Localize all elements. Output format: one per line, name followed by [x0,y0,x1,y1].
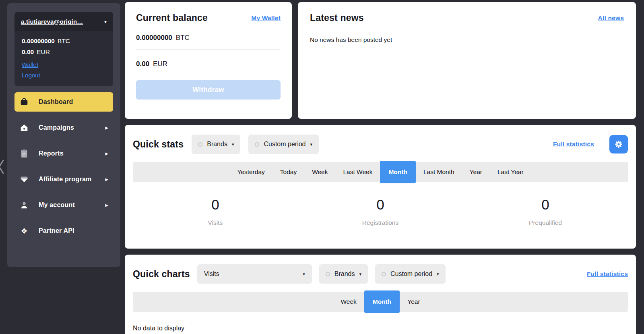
filter-label: Custom period [264,141,305,148]
account-links: Wallet Logout [22,61,106,79]
withdraw-button[interactable]: Withdraw [136,80,281,100]
period-tab[interactable]: Last Week [335,162,380,182]
account-balances: 0.00000000BTC 0.00EUR Wallet Logout [14,31,113,86]
sidebar-nav: Dashboard Campaigns ▸ Reports [14,92,113,247]
quick-stats-card: Quick stats Brands ▾ Custom period ▾ Ful… [125,125,636,249]
full-statistics-link[interactable]: Full statistics [553,141,594,148]
eur-currency: EUR [153,60,167,68]
period-tab[interactable]: Year [462,162,490,182]
metric-label: Registrations [298,219,463,226]
metric: 0 Prequalified [463,197,628,226]
sidebar-item-my-account[interactable]: My account ▸ [14,195,113,215]
divider [136,49,281,50]
current-balance-card: Current balance My Wallet 0.00000000BTC … [125,2,292,119]
stats-metrics: 0 Visits 0 Registrations 0 Prequalified [133,197,628,226]
metric-value: 0 [133,197,298,213]
chevron-left-icon [0,159,5,175]
account-dropdown[interactable]: a.tiutiareva@origin… ▾ [14,12,113,31]
briefcase-icon [19,97,29,107]
sidebar-item-label: Reports [39,150,105,157]
sidebar-item-label: Affiliate program [39,176,105,183]
balance-eur: 0.00EUR [136,60,281,68]
my-wallet-link[interactable]: My Wallet [251,15,281,22]
wallet-link[interactable]: Wallet [22,61,38,68]
radio-circle-icon [255,142,259,147]
sidebar-item-campaigns[interactable]: Campaigns ▸ [14,118,113,137]
period-tab[interactable]: Year [400,292,427,312]
chart-empty-message: No data to display [133,325,628,332]
eur-currency: EUR [37,48,50,55]
stats-period-tabs: Yesterday Today Week Last Week Month Las… [133,162,628,182]
sidebar-item-dashboard[interactable]: Dashboard [14,92,113,112]
filter-dropdown[interactable]: Custom period ▾ [375,264,446,284]
gem-icon [19,174,29,184]
sidebar-item-label: Partner API [39,227,108,234]
card-title: Quick charts [133,269,190,280]
select-value: Visits [204,270,219,278]
metric-label: Prequalified [463,219,628,226]
gear-icon [614,139,623,149]
clipboard-icon [19,149,29,158]
period-tab[interactable]: Month [380,161,415,183]
balance-btc: 0.00000000BTC [136,34,281,42]
sidebar-item-label: Campaigns [39,124,105,131]
filter-label: Brands [334,270,355,278]
filter-label: Custom period [390,270,432,278]
news-empty-message: No news has been posted yet [310,36,624,44]
filter-label: Brands [207,141,227,148]
account-email[interactable]: a.tiutiareva@origin… [21,18,83,25]
radio-circle-icon [382,272,386,276]
btc-amount: 0.00000000 [22,37,55,44]
card-title: Latest news [310,12,364,23]
full-statistics-link[interactable]: Full statistics [587,270,628,278]
eur-amount: 0.00 [136,60,149,68]
period-tab[interactable]: Month [364,290,400,313]
card-title: Current balance [136,12,208,23]
sidebar-item-reports[interactable]: Reports ▸ [14,144,113,163]
chart-metric-select[interactable]: Visits ▾ [197,264,312,284]
account-balance-btc: 0.00000000BTC [22,37,106,45]
chevron-right-icon: ▸ [105,176,108,183]
metric-value: 0 [463,197,628,213]
sidebar-item-label: Dashboard [39,98,108,106]
metric: 0 Registrations [298,197,463,226]
chevron-down-icon: ▾ [310,142,312,147]
btc-amount: 0.00000000 [136,34,172,41]
period-tab[interactable]: Yesterday [229,162,272,182]
period-tab[interactable]: Last Month [416,162,462,182]
charts-period-tabs: Week Month Year [133,292,628,312]
period-tab[interactable]: Today [272,162,304,182]
chevron-right-icon: ▸ [105,124,108,131]
filter-dropdown[interactable]: Brands ▾ [192,135,240,154]
btc-currency: BTC [176,34,190,41]
sidebar-collapse-toggle[interactable] [0,156,8,177]
settings-button[interactable] [609,135,628,154]
chevron-down-icon: ▾ [437,272,439,277]
radio-circle-icon [326,272,330,276]
sidebar-item-label: My account [39,201,105,209]
quick-charts-card: Quick charts Visits ▾ Brands ▾ Custom pe… [125,255,636,334]
sidebar-item-affiliate-program[interactable]: Affiliate program ▸ [14,170,113,189]
period-tab[interactable]: Week [333,292,364,312]
filter-dropdown[interactable]: Brands ▾ [319,264,368,284]
home-icon [19,123,29,133]
btc-currency: BTC [58,37,70,44]
period-tab[interactable]: Week [304,162,335,182]
sidebar: a.tiutiareva@origin… ▾ 0.00000000BTC 0.0… [7,3,120,267]
chevron-right-icon: ▸ [105,150,108,157]
card-title: Quick stats [133,139,184,150]
chevron-down-icon: ▾ [303,272,305,277]
chevron-down-icon: ▾ [104,19,107,25]
all-news-link[interactable]: All news [598,15,624,22]
latest-news-card: Latest news All news No news has been po… [298,2,636,119]
account-balance-eur: 0.00EUR [22,48,106,56]
radio-circle-icon [198,142,202,147]
account-card: a.tiutiareva@origin… ▾ 0.00000000BTC 0.0… [14,12,113,86]
partner-api-icon: ❖ [19,226,29,236]
period-tab[interactable]: Last Year [490,162,531,182]
chevron-right-icon: ▸ [105,201,108,209]
logout-link[interactable]: Logout [22,72,40,79]
sidebar-item-partner-api[interactable]: ❖ Partner API [14,221,113,241]
filter-dropdown[interactable]: Custom period ▾ [248,135,319,154]
person-icon [19,200,29,210]
